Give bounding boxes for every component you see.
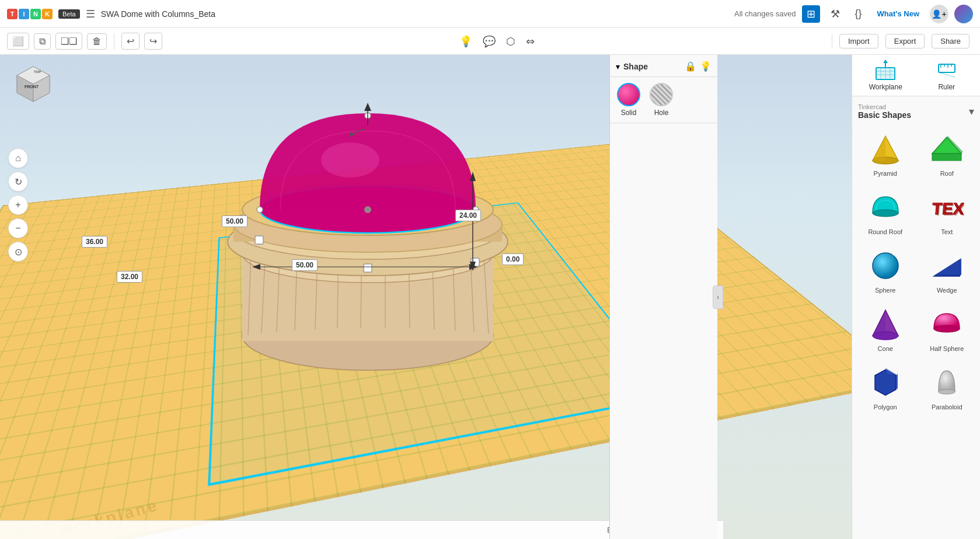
- shape-item-wedge[interactable]: Wedge: [919, 244, 976, 297]
- shape-item-half-sphere[interactable]: Half Sphere: [919, 302, 976, 356]
- svg-text:TOP: TOP: [34, 70, 41, 74]
- logo-k: K: [42, 9, 53, 19]
- ruler-item[interactable]: Ruler: [919, 60, 975, 91]
- light-icon[interactable]: 💡: [700, 61, 712, 72]
- user-profile-pic[interactable]: [954, 5, 973, 23]
- paraboloid-preview: [928, 364, 965, 401]
- wedge-label: Wedge: [937, 287, 957, 294]
- document-icon: ☰: [86, 8, 95, 20]
- shape-item-text[interactable]: TEXT TEXT Text: [919, 185, 976, 239]
- shape-item-cone[interactable]: Cone: [857, 302, 914, 356]
- library-dropdown-button[interactable]: ▾: [969, 105, 974, 118]
- import-button[interactable]: Import: [839, 34, 878, 48]
- workplane-item[interactable]: Workplane: [858, 60, 913, 91]
- paraboloid-label: Paraboloid: [932, 404, 962, 411]
- shape-header-left: ▾ Shape: [616, 62, 648, 71]
- shape-item-sphere[interactable]: Sphere: [857, 244, 914, 297]
- shape-panel-title: Shape: [623, 62, 648, 71]
- fit-view-button[interactable]: ⊙: [8, 242, 28, 262]
- main-content: FRONT TOP workplane: [0, 55, 980, 539]
- shape-dropdown-arrow[interactable]: ▾: [616, 62, 620, 71]
- svg-point-31: [365, 113, 371, 119]
- svg-line-62: [939, 72, 955, 77]
- home-view-button[interactable]: ⌂: [8, 148, 28, 168]
- save-status: All changes saved: [734, 9, 796, 18]
- polygon-preview: [867, 364, 904, 401]
- svg-text:FRONT: FRONT: [25, 85, 39, 89]
- hole-option[interactable]: Hole: [650, 83, 673, 117]
- share-button[interactable]: Share: [932, 34, 969, 48]
- toolbar-separator: [114, 33, 114, 50]
- dim-label-50-center: 50.00: [292, 259, 318, 271]
- half-sphere-preview: [928, 305, 965, 343]
- svg-marker-46: [349, 132, 355, 137]
- code-button[interactable]: {}: [850, 5, 867, 22]
- svg-text:TEXT: TEXT: [933, 201, 964, 219]
- zoom-out-button[interactable]: −: [8, 218, 28, 238]
- document-title[interactable]: SWA Dome with Columns_Beta: [101, 9, 215, 19]
- hole-circle: [650, 83, 673, 106]
- viewport[interactable]: FRONT TOP workplane: [0, 55, 852, 539]
- svg-marker-39: [364, 103, 371, 111]
- rotate-view-button[interactable]: ↻: [8, 172, 28, 192]
- delete-button[interactable]: 🗑: [87, 33, 107, 50]
- left-view-controls: ⌂ ↻ + − ⊙: [8, 148, 28, 262]
- mirror-icon[interactable]: ⇔: [522, 33, 538, 50]
- build-button[interactable]: ⚒: [826, 5, 845, 23]
- panel-collapse-handle[interactable]: ›: [713, 286, 723, 309]
- library-header: Tinkercad Basic Shapes ▾: [857, 101, 975, 124]
- view-icon[interactable]: ⬡: [503, 33, 519, 50]
- shape-item-roof[interactable]: Roof: [919, 127, 976, 180]
- toolbar: ⬜ ⧉ ❑❑ 🗑 ↩ ↪ 💡 💬 ⬡ ⇔ Import Export Share: [0, 28, 980, 55]
- text-label: Text: [941, 228, 953, 235]
- shape-item-paraboloid[interactable]: Paraboloid: [919, 360, 976, 414]
- solid-option[interactable]: Solid: [617, 83, 640, 117]
- shapes-grid: Pyramid Roof: [857, 124, 975, 416]
- shape-item-polygon[interactable]: Polygon: [857, 360, 914, 414]
- logo: T I N K: [7, 9, 53, 19]
- redo-button[interactable]: ↪: [144, 33, 162, 50]
- 3d-scene[interactable]: FRONT TOP workplane: [0, 55, 852, 539]
- dim-label-36: 36.00: [82, 236, 107, 248]
- workplane-label: Workplane: [869, 83, 902, 91]
- svg-point-81: [934, 325, 960, 332]
- comment-icon[interactable]: 💬: [479, 33, 499, 50]
- svg-marker-49: [883, 60, 888, 63]
- ruler-label: Ruler: [938, 83, 955, 91]
- dim-label-32: 32.00: [117, 271, 142, 283]
- whats-new-button[interactable]: What's New: [873, 7, 924, 20]
- grid-view-button[interactable]: ⊞: [802, 5, 820, 23]
- library-source-label: Tinkercad: [858, 103, 911, 110]
- polygon-label: Polygon: [874, 404, 897, 411]
- roof-label: Roof: [940, 170, 954, 177]
- solid-circle: [617, 83, 640, 106]
- cone-label: Cone: [878, 345, 893, 352]
- shape-item-pyramid[interactable]: Pyramid: [857, 127, 914, 180]
- beta-badge: Beta: [58, 9, 80, 19]
- duplicate-button[interactable]: ❑❑: [55, 33, 82, 50]
- new-workplane-button[interactable]: ⬜: [7, 33, 29, 50]
- add-user-icon: 👤+: [932, 9, 946, 19]
- dim-label-50-top: 50.00: [222, 215, 247, 227]
- shapes-library: Tinkercad Basic Shapes ▾: [852, 96, 980, 539]
- user-avatar[interactable]: 👤+: [930, 5, 948, 23]
- orientation-cube[interactable]: FRONT TOP: [12, 64, 55, 107]
- library-name-label: Basic Shapes: [858, 110, 911, 120]
- selection-rectangle: [208, 202, 672, 486]
- svg-marker-77: [934, 274, 961, 276]
- lock-icon[interactable]: 🔒: [685, 61, 696, 72]
- undo-button[interactable]: ↩: [121, 33, 139, 50]
- solid-hole-selector: Solid Hole: [610, 77, 717, 123]
- copy-button[interactable]: ⧉: [34, 33, 51, 50]
- ruler-icon: [936, 60, 957, 81]
- lightbulb-icon[interactable]: 💡: [456, 33, 476, 50]
- cone-preview: [867, 305, 904, 343]
- zoom-in-button[interactable]: +: [8, 195, 28, 215]
- shape-item-round-roof[interactable]: Round Roof: [857, 185, 914, 239]
- grid-plane: [0, 144, 852, 539]
- export-button[interactable]: Export: [885, 34, 925, 48]
- svg-marker-76: [960, 258, 961, 276]
- round-roof-label: Round Roof: [868, 228, 902, 235]
- toolbar-right: 💡 💬 ⬡ ⇔: [456, 33, 538, 50]
- dim-label-0: 0.00: [502, 253, 524, 265]
